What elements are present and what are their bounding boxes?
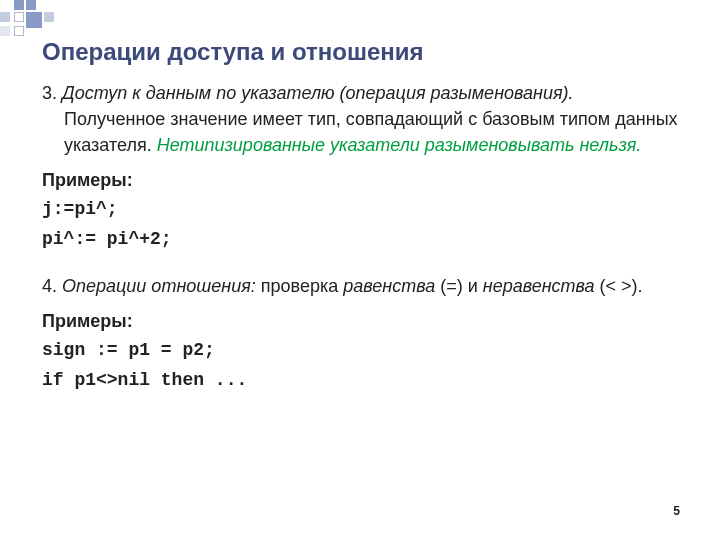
para4-normal1: проверка (261, 276, 343, 296)
code-line-4: if p1<>nil then ... (42, 370, 686, 390)
paragraph-4: 4. Операции отношения: проверка равенств… (42, 273, 686, 299)
code-line-1: j:=pi^; (42, 199, 686, 219)
para4-italic2: равенства (343, 276, 435, 296)
code-line-2: pi^:= pi^+2; (42, 229, 686, 249)
page-number: 5 (673, 504, 680, 518)
slide: Операции доступа и отношения 3. Доступ к… (0, 0, 720, 540)
examples-heading-2: Примеры: (42, 311, 686, 332)
para3-italic: Доступ к данным по указателю (операция р… (62, 83, 574, 103)
para4-italic3: неравенства (483, 276, 595, 296)
slide-title: Операции доступа и отношения (42, 38, 686, 66)
para4-italic1: Операции отношения: (62, 276, 261, 296)
para4-lead: 4. (42, 276, 62, 296)
content-area: Операции доступа и отношения 3. Доступ к… (42, 38, 686, 390)
para3-lead: 3. (42, 83, 62, 103)
para4-normal3: (< >). (595, 276, 643, 296)
para3-warning: Нетипизированные указатели разыменовыват… (157, 135, 642, 155)
para4-normal2: (=) и (435, 276, 483, 296)
code-line-3: sign := p1 = p2; (42, 340, 686, 360)
examples-heading-1: Примеры: (42, 170, 686, 191)
paragraph-3: 3. Доступ к данным по указателю (операци… (42, 80, 686, 158)
